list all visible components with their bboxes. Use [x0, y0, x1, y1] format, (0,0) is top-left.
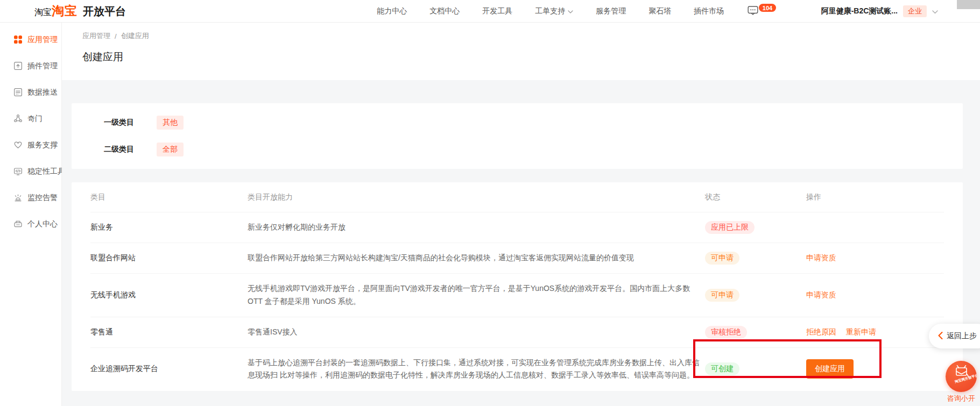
category-cell: 新业务	[90, 223, 248, 232]
action-link[interactable]: 拒绝原因	[806, 327, 836, 337]
sidebar-item-label: 奇门	[27, 114, 43, 124]
action-link[interactable]: 申请资质	[806, 253, 836, 263]
top-nav: 能力中心 文档中心 开发工具 工单支持 服务管理	[377, 5, 938, 17]
sidebar-item-label: 插件管理	[27, 61, 58, 71]
sidebar-item-label: 服务支撑	[27, 140, 58, 150]
breadcrumb-separator: /	[115, 32, 117, 40]
action-link[interactable]: 申请资质	[806, 290, 836, 300]
column-header-category: 类目	[90, 193, 248, 202]
qimen-icon	[13, 114, 23, 123]
category-cell: 无线手机游戏	[90, 290, 248, 300]
nav-item[interactable]: 聚石塔	[648, 6, 671, 16]
sidebar-item-data-push[interactable]: 数据推送	[0, 79, 61, 105]
sidebar-item-personal-center[interactable]: 个人中心	[0, 211, 61, 237]
consult-mascot-icon: 淘宝网开放平台	[946, 361, 977, 392]
nav-item-label: 聚石塔	[648, 6, 671, 16]
page-title: 创建应用	[82, 50, 980, 64]
nav-item-label: 能力中心	[377, 6, 407, 16]
status-badge: 可申请	[705, 252, 739, 265]
logo-brand-mark: 淘宝	[52, 3, 77, 19]
top-header: 淘宝 淘宝 淘宝 开放平台 能力中心 文档中心 开发工具 工单支持	[0, 0, 980, 23]
nav-item-label: 文档中心	[429, 6, 460, 16]
capability-cell: 基于码上放心追溯平台封装的一套追溯码数据上、下行接口集，通过系统对接，可实现在业…	[248, 357, 705, 382]
account-type-badge: 企业	[903, 5, 927, 17]
nav-item-label: 开发工具	[482, 6, 512, 16]
filter-tag-selected[interactable]: 全部	[157, 143, 184, 156]
status-badge: 审核拒绝	[705, 326, 747, 339]
capability-cell: 新业务仅对孵化期的业务开放	[248, 221, 705, 234]
sidebar-item-label: 监控告警	[27, 193, 58, 203]
filter-tag-selected[interactable]: 其他	[157, 116, 184, 130]
table-row: 联盟合作网站 联盟合作网站开放给第三方网站站长构建淘宝/天猫商品的社会化导购模块…	[90, 243, 944, 273]
message-icon	[748, 5, 758, 17]
unread-count-badge: 104	[759, 4, 775, 12]
create-app-button[interactable]: 创建应用	[806, 359, 854, 379]
page-header-band: 应用管理 / 创建应用 创建应用	[62, 23, 980, 80]
taobao-logo[interactable]: 淘宝 淘宝 淘宝 开放平台	[34, 3, 126, 19]
apps-icon	[13, 35, 23, 44]
category-cell: 联盟合作网站	[90, 253, 248, 263]
nav-item[interactable]: 工单支持	[535, 6, 573, 16]
plugin-icon	[13, 61, 23, 70]
status-cell: 审核拒绝	[705, 326, 806, 339]
action-link[interactable]: 重新申请	[846, 327, 876, 337]
chevron-down-icon	[932, 7, 938, 16]
sidebar-item-label: 应用管理	[27, 35, 58, 45]
message-center-button[interactable]: 104	[748, 5, 775, 17]
consult-widget[interactable]: 淘宝网开放平台 咨询小开	[946, 361, 977, 403]
heart-icon	[13, 140, 23, 149]
sidebar-item-monitor-alert[interactable]: 监控告警	[0, 184, 61, 211]
status-badge: 应用已上限	[705, 221, 755, 234]
sidebar-item-plugin-management[interactable]: 插件管理	[0, 53, 61, 79]
sidebar-item-stability-tools[interactable]: 稳定性工具	[0, 158, 61, 184]
account-menu[interactable]: 阿里健康-B2C测试账... 企业	[821, 5, 938, 17]
breadcrumb: 应用管理 / 创建应用	[82, 31, 980, 41]
nav-item-label: 工单支持	[535, 6, 565, 16]
category-filter-card: 一级类目 其他 二级类目 全部	[72, 103, 963, 169]
nav-item[interactable]: 文档中心	[429, 6, 460, 16]
sidebar-item-label: 数据推送	[27, 88, 58, 97]
nav-item[interactable]: 服务管理	[596, 6, 626, 16]
nav-item[interactable]: 插件市场	[694, 6, 724, 16]
status-badge: 可创建	[705, 362, 739, 375]
nav-item[interactable]: 能力中心	[377, 6, 407, 16]
filter-label: 一级类目	[104, 118, 137, 127]
user-center-icon	[13, 219, 23, 229]
data-push-icon	[13, 88, 23, 97]
sidebar-item-label: 个人中心	[27, 219, 58, 229]
monitor-icon	[13, 167, 23, 176]
sidebar-item-qimen[interactable]: 奇门	[0, 105, 61, 132]
sidebar-item-app-management[interactable]: 应用管理	[0, 26, 61, 53]
chevron-down-icon	[568, 10, 573, 13]
category-table: 类目 类目开放能力 状态 操作 新业务 新业务仅对孵化期的业务开放 应用已上限	[72, 182, 963, 391]
back-button-label: 返回上步	[947, 331, 977, 341]
capability-cell: 零售通ISV接入	[248, 326, 705, 339]
status-cell: 可创建	[705, 362, 806, 375]
sidebar: 应用管理 插件管理 数据推送	[0, 23, 62, 406]
filter-label: 二级类目	[104, 145, 137, 154]
action-cell: 拒绝原因 重新申请	[806, 327, 944, 337]
table-header-row: 类目 类目开放能力 状态 操作	[90, 182, 944, 212]
category-cell: 零售通	[90, 327, 248, 337]
status-badge: 可申请	[705, 289, 739, 302]
main-content: 应用管理 / 创建应用 创建应用 一级类目 其他 二级类目 全部 类目 类目开放…	[62, 23, 980, 406]
chevron-left-icon	[938, 332, 943, 341]
account-name: 阿里健康-B2C测试账...	[821, 6, 898, 16]
consult-circle-text: 淘宝网开放平台	[954, 373, 977, 384]
table-row: 新业务 新业务仅对孵化期的业务开放 应用已上限	[90, 212, 944, 243]
nav-item-label: 插件市场	[694, 6, 724, 16]
sidebar-item-label: 稳定性工具	[27, 167, 65, 176]
back-to-previous-button[interactable]: 返回上步	[929, 324, 980, 348]
breadcrumb-app-management[interactable]: 应用管理	[82, 31, 110, 41]
sidebar-item-service-support[interactable]: 服务支撑	[0, 132, 61, 158]
status-cell: 可申请	[705, 289, 806, 302]
filter-row-level1: 一级类目 其他	[104, 116, 963, 130]
logo-brand: 淘宝	[34, 7, 52, 18]
table-row: 无线手机游戏 无线手机游戏即TV游戏开放平台，是阿里面向TV游戏开发者的唯一官方…	[90, 273, 944, 317]
capability-cell: 无线手机游戏即TV游戏开放平台，是阿里面向TV游戏开发者的唯一官方平台，是基于Y…	[248, 282, 705, 308]
browser-scrollbar-thumb[interactable]	[957, 0, 980, 9]
column-header-status: 状态	[705, 193, 806, 202]
alarm-icon	[13, 193, 23, 202]
action-cell: 申请资质	[806, 290, 944, 300]
nav-item[interactable]: 开发工具	[482, 6, 512, 16]
